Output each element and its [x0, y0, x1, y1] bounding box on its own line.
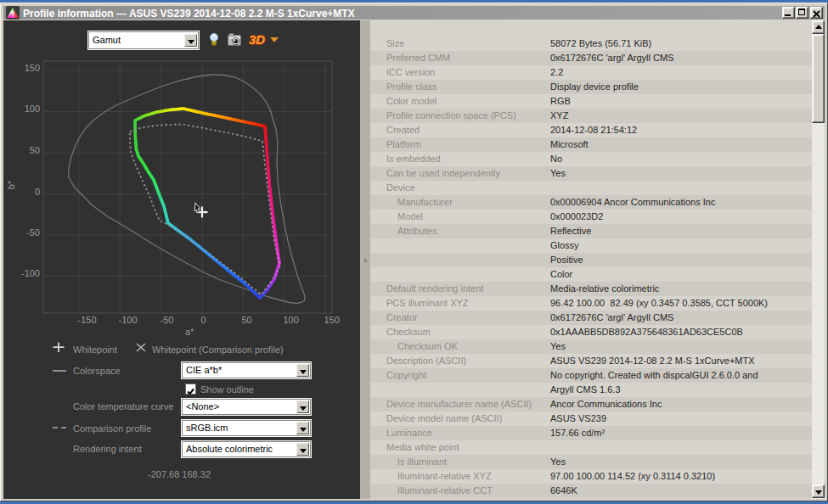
- svg-text:-150: -150: [78, 315, 97, 325]
- svg-text:100: 100: [25, 104, 40, 114]
- svg-text:-50: -50: [26, 227, 40, 238]
- svg-text:-100: -100: [119, 315, 138, 325]
- svg-text:150: 150: [25, 63, 40, 73]
- svg-text:b*: b*: [6, 180, 16, 189]
- svg-text:100: 100: [284, 315, 299, 325]
- svg-text:-50: -50: [161, 315, 174, 325]
- svg-text:0: 0: [35, 187, 40, 197]
- svg-text:0: 0: [201, 315, 206, 325]
- svg-text:-100: -100: [21, 268, 40, 278]
- svg-text:a*: a*: [185, 327, 194, 337]
- svg-text:150: 150: [324, 315, 340, 325]
- svg-text:50: 50: [30, 145, 40, 155]
- svg-text:50: 50: [242, 315, 252, 325]
